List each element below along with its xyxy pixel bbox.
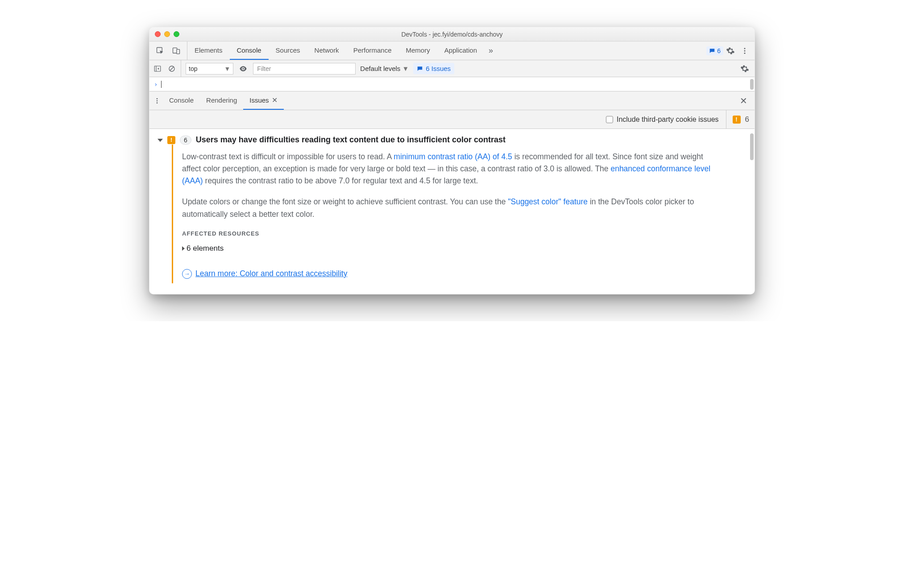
minimize-window-button[interactable] bbox=[164, 31, 170, 37]
tab-performance[interactable]: Performance bbox=[346, 41, 399, 60]
svg-point-9 bbox=[157, 100, 158, 101]
svg-rect-2 bbox=[177, 49, 180, 54]
drawer-tab-console[interactable]: Console bbox=[163, 91, 200, 110]
issue-title: Users may have difficulties reading text… bbox=[196, 135, 506, 145]
issue-paragraph-2: Update colors or change the font size or… bbox=[182, 196, 724, 220]
window-title: DevTools - jec.fyi/demo/cds-anchovy bbox=[149, 31, 755, 38]
affected-count: 6 elements bbox=[187, 243, 224, 254]
clear-console-icon[interactable] bbox=[166, 63, 177, 74]
zoom-window-button[interactable] bbox=[174, 31, 179, 37]
svg-point-8 bbox=[157, 98, 158, 99]
tab-memory[interactable]: Memory bbox=[399, 41, 437, 60]
console-toolbar: top ▼ Default levels ▼ 6 Issues bbox=[149, 60, 755, 77]
titlebar: DevTools - jec.fyi/demo/cds-anchovy bbox=[149, 27, 755, 41]
issue-content: Low-contrast text is difficult or imposs… bbox=[172, 145, 746, 283]
issues-label: 6 Issues bbox=[426, 65, 451, 72]
tab-console[interactable]: Console bbox=[230, 41, 269, 60]
kebab-icon bbox=[153, 97, 161, 104]
svg-point-10 bbox=[157, 102, 158, 104]
expand-toggle-icon[interactable] bbox=[158, 139, 163, 142]
main-tabs: Elements Console Sources Network Perform… bbox=[187, 41, 484, 60]
settings-button[interactable] bbox=[723, 44, 738, 58]
log-level-label: Default levels bbox=[360, 65, 400, 72]
affected-resources-item[interactable]: 6 elements bbox=[182, 243, 724, 254]
drawer-tab-issues[interactable]: Issues ✕ bbox=[243, 91, 283, 110]
context-label: top bbox=[189, 65, 197, 72]
learn-more-link[interactable]: Learn more: Color and contrast accessibi… bbox=[195, 268, 347, 280]
affected-resources-heading: Affected Resources bbox=[182, 229, 724, 238]
issues-options-bar: Include third-party cookie issues ! 6 bbox=[149, 110, 755, 129]
issues-link[interactable]: 6 Issues bbox=[413, 63, 454, 74]
issues-count: 6 bbox=[717, 47, 721, 54]
issues-total: ! 6 bbox=[726, 110, 749, 128]
context-selector[interactable]: top ▼ bbox=[186, 63, 233, 75]
close-window-button[interactable] bbox=[155, 31, 161, 37]
drawer-tab-rendering[interactable]: Rendering bbox=[200, 91, 243, 110]
svg-point-5 bbox=[744, 52, 746, 54]
console-sidebar-toggle-icon[interactable] bbox=[152, 63, 163, 74]
kebab-icon bbox=[741, 47, 749, 55]
filter-input[interactable] bbox=[253, 63, 356, 75]
arrow-right-icon: → bbox=[182, 269, 192, 279]
drawer-tab-bar: Console Rendering Issues ✕ ✕ bbox=[149, 91, 755, 110]
live-expression-icon[interactable] bbox=[238, 63, 249, 74]
more-options-button[interactable] bbox=[738, 44, 752, 58]
drawer-more-button[interactable] bbox=[151, 97, 163, 104]
text-cursor bbox=[161, 81, 162, 88]
warning-icon: ! bbox=[733, 116, 741, 124]
svg-point-3 bbox=[744, 48, 746, 49]
main-tab-bar: Elements Console Sources Network Perform… bbox=[149, 41, 755, 60]
contrast-aa-link[interactable]: minimum contrast ratio (AA) of 4.5 bbox=[394, 152, 512, 161]
svg-point-4 bbox=[744, 50, 746, 51]
scrollbar-thumb[interactable] bbox=[750, 79, 754, 90]
console-prompt-icon: › bbox=[154, 81, 158, 88]
issues-panel: ! 6 Users may have difficulties reading … bbox=[149, 129, 755, 294]
message-icon bbox=[417, 66, 423, 72]
checkbox-icon[interactable] bbox=[606, 116, 613, 123]
message-icon bbox=[709, 48, 715, 54]
inspect-element-icon[interactable] bbox=[155, 46, 166, 56]
warning-icon: ! bbox=[167, 136, 175, 144]
suggest-color-link[interactable]: "Suggest color" feature bbox=[508, 197, 588, 206]
issue-header[interactable]: ! 6 Users may have difficulties reading … bbox=[158, 135, 746, 145]
close-icon[interactable]: ✕ bbox=[272, 96, 278, 104]
gear-icon bbox=[740, 64, 749, 73]
scrollbar-thumb[interactable] bbox=[750, 133, 754, 160]
traffic-lights bbox=[155, 31, 179, 37]
issues-count-badge[interactable]: 6 bbox=[706, 46, 723, 55]
drawer-close-button[interactable]: ✕ bbox=[740, 95, 753, 106]
issue-paragraph-1: Low-contrast text is difficult or imposs… bbox=[182, 151, 724, 187]
issue-count-pill: 6 bbox=[180, 136, 191, 145]
drawer-tab-issues-label: Issues bbox=[249, 96, 269, 104]
device-toggle-icon[interactable] bbox=[171, 46, 182, 56]
expand-toggle-icon[interactable] bbox=[182, 246, 185, 251]
devtools-window: DevTools - jec.fyi/demo/cds-anchovy Elem… bbox=[149, 27, 755, 294]
console-input-row[interactable]: › bbox=[149, 77, 755, 91]
log-level-selector[interactable]: Default levels ▼ bbox=[360, 65, 409, 72]
console-settings-button[interactable] bbox=[738, 62, 752, 76]
tab-sources[interactable]: Sources bbox=[269, 41, 307, 60]
third-party-label: Include third-party cookie issues bbox=[617, 116, 719, 124]
third-party-cookies-option[interactable]: Include third-party cookie issues bbox=[606, 116, 719, 124]
inspect-tools-group bbox=[152, 41, 187, 60]
more-tabs-button[interactable]: » bbox=[484, 46, 498, 55]
gear-icon bbox=[726, 46, 735, 55]
tab-elements[interactable]: Elements bbox=[187, 41, 230, 60]
tab-network[interactable]: Network bbox=[307, 41, 346, 60]
tab-application[interactable]: Application bbox=[437, 41, 484, 60]
learn-more-row: → Learn more: Color and contrast accessi… bbox=[182, 268, 724, 280]
issues-total-count: 6 bbox=[745, 115, 749, 124]
